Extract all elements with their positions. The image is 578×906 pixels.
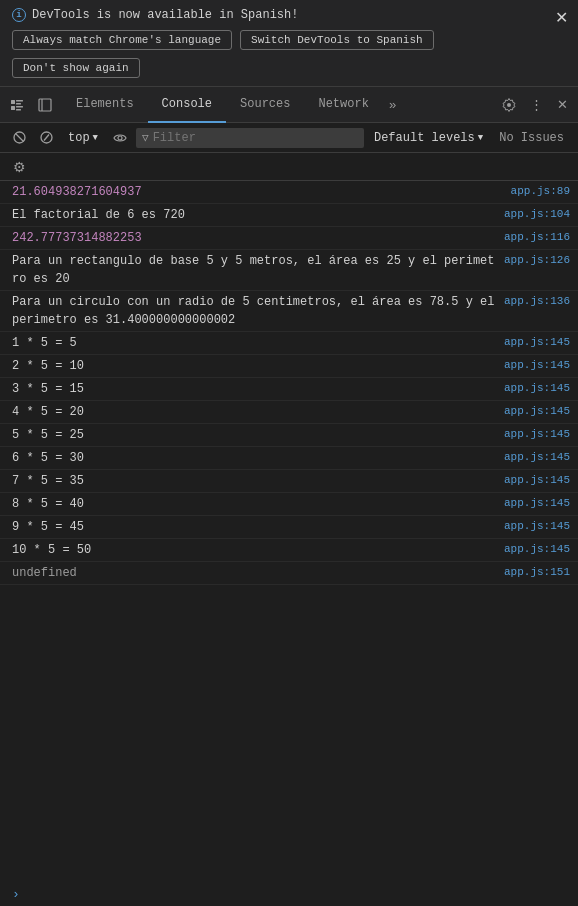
svg-rect-2 [16,103,21,105]
entry-text: 9 * 5 = 45 [12,518,496,536]
console-entry: 7 * 5 = 35app.js:145 [0,470,578,493]
entry-source-link[interactable]: app.js:145 [504,382,570,394]
more-options-icon[interactable]: ⋮ [524,93,549,116]
frame-selector-button[interactable]: top ▼ [62,128,104,148]
svg-rect-5 [16,109,21,111]
chevron-down-icon: ▼ [478,133,483,143]
filter-input[interactable] [153,131,358,145]
entry-text: 8 * 5 = 40 [12,495,496,513]
more-tabs-button[interactable]: » [383,97,402,112]
entry-source-link[interactable]: app.js:116 [504,231,570,243]
filter-toggle-button[interactable] [35,128,58,147]
tab-bar: Elements Console Sources Network » ⋮ ✕ [0,87,578,123]
devtools-menu-icon[interactable] [4,94,30,116]
entry-source-link[interactable]: app.js:126 [504,254,570,266]
console-entry: 8 * 5 = 40app.js:145 [0,493,578,516]
chevron-down-icon: ▼ [93,133,98,143]
settings-row: ⚙ [0,153,578,181]
svg-rect-0 [11,100,15,104]
entry-text: undefined [12,564,496,582]
console-entry: Para un rectangulo de base 5 y 5 metros,… [0,250,578,291]
svg-rect-1 [16,100,23,102]
entry-text: 1 * 5 = 5 [12,334,496,352]
entry-text: 5 * 5 = 25 [12,426,496,444]
entry-text: El factorial de 6 es 720 [12,206,496,224]
prompt-arrow-icon: › [12,887,20,902]
close-notification-button[interactable]: ✕ [555,10,568,26]
tab-elements[interactable]: Elements [62,87,148,123]
entry-source-link[interactable]: app.js:136 [504,295,570,307]
default-levels-button[interactable]: Default levels ▼ [368,128,489,148]
svg-rect-3 [11,106,15,110]
filter-section: ▽ [136,128,364,148]
entry-source-link[interactable]: app.js:151 [504,566,570,578]
console-entry: 242.77737314882253app.js:116 [0,227,578,250]
entry-source-link[interactable]: app.js:145 [504,474,570,486]
inspect-icon[interactable] [32,94,58,116]
tab-right-icons: ⋮ ✕ [496,93,574,116]
eye-button[interactable] [108,130,132,146]
notification-title: i DevTools is now available in Spanish! [12,8,566,22]
no-issues-label: No Issues [493,128,570,148]
console-entry: 2 * 5 = 10app.js:145 [0,355,578,378]
console-entry: 9 * 5 = 45app.js:145 [0,516,578,539]
entry-source-link[interactable]: app.js:145 [504,543,570,555]
notification-bar: i DevTools is now available in Spanish! … [0,0,578,87]
console-entry: 5 * 5 = 25app.js:145 [0,424,578,447]
svg-rect-4 [16,106,23,108]
entry-text: 4 * 5 = 20 [12,403,496,421]
tab-network[interactable]: Network [304,87,382,123]
close-devtools-button[interactable]: ✕ [551,93,574,116]
entry-source-link[interactable]: app.js:145 [504,428,570,440]
console-entry: 21.604938271604937app.js:89 [0,181,578,204]
match-language-button[interactable]: Always match Chrome's language [12,30,232,50]
entry-source-link[interactable]: app.js:145 [504,520,570,532]
svg-point-8 [507,103,511,107]
console-entry: 6 * 5 = 30app.js:145 [0,447,578,470]
dont-show-again-button[interactable]: Don't show again [12,58,140,78]
entry-source-link[interactable]: app.js:145 [504,359,570,371]
tab-sources[interactable]: Sources [226,87,304,123]
entry-text: 10 * 5 = 50 [12,541,496,559]
console-entry: Para un circulo con un radio de 5 centim… [0,291,578,332]
entry-text: 7 * 5 = 35 [12,472,496,490]
console-entry: undefinedapp.js:151 [0,562,578,585]
notification-buttons: Always match Chrome's language Switch De… [12,30,566,78]
console-prompt: › [0,883,578,906]
svg-line-10 [16,134,24,142]
svg-line-12 [44,135,49,141]
entry-text: Para un rectangulo de base 5 y 5 metros,… [12,252,496,288]
info-icon: i [12,8,26,22]
entry-source-link[interactable]: app.js:145 [504,405,570,417]
clear-console-button[interactable] [8,128,31,147]
console-toolbar: top ▼ ▽ Default levels ▼ No Issues [0,123,578,153]
entry-source-link[interactable]: app.js:104 [504,208,570,220]
entry-text: 21.604938271604937 [12,183,503,201]
entry-text: Para un circulo con un radio de 5 centim… [12,293,496,329]
tab-left-icons [4,94,58,116]
filter-icon: ▽ [142,131,149,144]
svg-point-13 [118,136,122,140]
tab-console[interactable]: Console [148,87,226,123]
entry-source-link[interactable]: app.js:145 [504,451,570,463]
entry-source-link[interactable]: app.js:145 [504,497,570,509]
console-settings-button[interactable]: ⚙ [8,156,31,178]
switch-to-spanish-button[interactable]: Switch DevTools to Spanish [240,30,434,50]
entry-text: 242.77737314882253 [12,229,496,247]
console-entry: 3 * 5 = 15app.js:145 [0,378,578,401]
svg-rect-6 [39,99,51,111]
console-output: 21.604938271604937app.js:89El factorial … [0,181,578,883]
entry-source-link[interactable]: app.js:145 [504,336,570,348]
console-entry: El factorial de 6 es 720app.js:104 [0,204,578,227]
entry-source-link[interactable]: app.js:89 [511,185,570,197]
entry-text: 2 * 5 = 10 [12,357,496,375]
entry-text: 6 * 5 = 30 [12,449,496,467]
console-entry: 1 * 5 = 5app.js:145 [0,332,578,355]
settings-icon[interactable] [496,94,522,116]
console-entry: 10 * 5 = 50app.js:145 [0,539,578,562]
console-entry: 4 * 5 = 20app.js:145 [0,401,578,424]
entry-text: 3 * 5 = 15 [12,380,496,398]
